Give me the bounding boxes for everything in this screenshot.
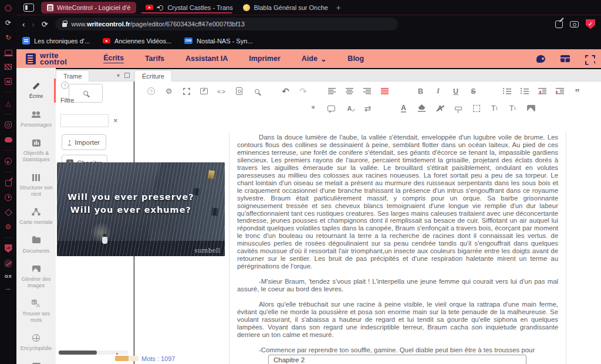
paragraph[interactable]: -Commence par reprendre ton souffle, gam… [237, 346, 558, 354]
align-left-icon[interactable] [327, 86, 337, 96]
scrollbar-thumb[interactable] [59, 351, 97, 355]
help-icon[interactable]: ? [61, 81, 69, 89]
sidebar-item-carte-mentale[interactable]: Carte mentale [16, 202, 56, 231]
help-icon[interactable]: ? [146, 86, 156, 96]
sidebar-item-ecrire[interactable]: Écrire [16, 76, 56, 105]
url-field[interactable]: www.writecontrol.fr/page/editor/67603434… [55, 18, 398, 30]
camera-icon[interactable] [570, 21, 579, 28]
bookmark-chroniques[interactable]: Les chroniques d'... [22, 37, 90, 45]
sidebar-item-encyclopedie[interactable]: Encyclopédie [16, 328, 56, 357]
document-search-icon[interactable] [234, 86, 244, 96]
sidebar-item-documents[interactable]: Documents [16, 231, 56, 260]
speaker-icon[interactable] [157, 5, 164, 11]
outdent-icon[interactable] [537, 86, 547, 96]
fullscreen-icon[interactable] [181, 86, 191, 96]
ld-shield-icon[interactable]: LD [4, 244, 12, 253]
opera-logo-icon[interactable] [4, 4, 12, 12]
subscript-icon[interactable]: T1 [489, 103, 499, 113]
paragraph[interactable]: Alors qu'elle trébuchait sur une racine … [237, 301, 558, 339]
align-center-icon[interactable] [345, 86, 354, 96]
superscript-icon[interactable]: T1 [508, 103, 518, 113]
sync-icon[interactable]: ⟳ [4, 19, 12, 27]
fullscreen-icon[interactable] [585, 55, 593, 63]
discord-icon[interactable] [4, 135, 12, 144]
extensions-icon[interactable] [4, 208, 12, 216]
nav-tarifs[interactable]: Tarifs [145, 55, 164, 63]
italic-icon[interactable]: I [433, 86, 443, 96]
blockquote-icon[interactable]: ” [572, 86, 582, 96]
reload-button[interactable]: ⟳ [42, 21, 48, 28]
code-view-icon[interactable]: <> [217, 86, 227, 96]
new-tab-button[interactable]: + [336, 3, 340, 12]
pinboards-icon[interactable] [4, 179, 12, 187]
browser-tab-youtube[interactable]: Crystal Castles - Trans [140, 2, 234, 13]
underline-icon[interactable]: U [451, 86, 461, 96]
boards-icon[interactable] [561, 55, 570, 62]
text-color-icon[interactable]: A [399, 103, 408, 113]
select-all-icon[interactable] [471, 103, 481, 113]
import-button[interactable]: ↑ Importer [62, 134, 106, 150]
horizontal-scrollbar[interactable] [59, 351, 129, 355]
bookmark-nas[interactable]: DSM Nostal-NAS - Syn... [184, 38, 252, 45]
bullet-list-icon[interactable] [519, 86, 529, 96]
sidebar-item-trouver-mots[interactable]: A Trouver ses mots [16, 294, 56, 328]
strikethrough-icon[interactable]: S [468, 86, 478, 96]
hot-tabs-icon[interactable] [4, 63, 12, 71]
align-justify-icon[interactable] [380, 86, 390, 96]
shield-badge-icon[interactable]: ✓ [586, 19, 595, 29]
trame-filter-input[interactable] [60, 114, 109, 127]
comment-icon[interactable] [326, 103, 336, 113]
sidebar-item-personnages[interactable]: Personnages [16, 105, 56, 134]
writecontrol-logo[interactable]: writecontrol [26, 52, 67, 65]
nav-aide[interactable]: Aide⌄ [302, 55, 327, 63]
sidebar-item-objectifs[interactable]: Objectifs & Statistiques [16, 133, 56, 168]
sidebar-panel-icon[interactable] [23, 4, 34, 12]
clear-filter-icon[interactable]: × [113, 116, 118, 125]
tab-trame[interactable]: Trame [56, 70, 89, 81]
manuscript-page[interactable]: Dans la douce lumière de l'aube, la vall… [229, 132, 566, 364]
nav-blog[interactable]: Blog [347, 55, 364, 63]
tab-ecriture[interactable]: Écriture [134, 70, 172, 81]
browser-tab-forum[interactable]: Blabla Général sur Onche [237, 2, 331, 13]
nav-assistant-ia[interactable]: Assistant IA [185, 55, 228, 63]
rocker-refresh-icon[interactable]: ↻ [4, 33, 12, 42]
chapter-select[interactable]: Chapitre 2 [268, 355, 526, 364]
align-right-icon[interactable] [362, 86, 372, 96]
undo-icon[interactable]: ↶ [281, 86, 291, 96]
gx-corner-icon[interactable] [4, 48, 12, 56]
gx-mods-icon[interactable]: M [4, 77, 12, 86]
settings-gear-icon[interactable]: ⚙ [164, 86, 174, 96]
search-icon[interactable] [252, 86, 262, 96]
profile-avatar[interactable] [4, 259, 12, 267]
redo-icon[interactable]: ↷ [298, 86, 308, 96]
gx-logo-icon[interactable]: △ [4, 99, 12, 107]
nav-ecrits[interactable]: Écrits [103, 54, 124, 63]
snapshot-edit-icon[interactable] [555, 21, 563, 28]
sidebar-item-more[interactable] [16, 357, 56, 364]
sidebar-item-generer-images[interactable]: Générer des images [16, 259, 56, 294]
spellcheck-icon[interactable]: A✓ [345, 103, 354, 113]
history-icon[interactable] [4, 193, 12, 202]
settings-gear-icon[interactable]: ⚙ [4, 223, 12, 231]
sidebar-item-structurer[interactable]: Structurer son récit [16, 168, 56, 202]
maximize-panel-icon[interactable] [124, 73, 130, 78]
indent-icon[interactable] [555, 86, 565, 96]
player-icon[interactable]: ▶ [4, 157, 12, 165]
footnote-asterisk-icon[interactable]: * [308, 103, 318, 113]
ordered-list-icon[interactable] [502, 86, 512, 96]
insert-image-icon[interactable] [526, 103, 536, 113]
bookmark-videos[interactable]: Anciennes Vidéos... [103, 38, 171, 45]
nav-imprimer[interactable]: Imprimer [249, 55, 281, 63]
highlight-fill-icon[interactable] [417, 103, 427, 113]
more-icon[interactable]: ... [6, 285, 11, 291]
theme-palette-icon[interactable] [536, 55, 545, 63]
paragraph[interactable]: Dans la douce lumière de l'aube, la vall… [237, 134, 558, 270]
back-button[interactable]: ‹ [22, 21, 25, 28]
clear-format-icon[interactable]: A [435, 103, 445, 113]
chapter-cover-image[interactable]: Will you ever preserve? Will you ever ex… [57, 162, 225, 256]
fit-width-icon[interactable] [199, 86, 209, 96]
paragraph[interactable]: -M'sieur Braum, 'tendez s'vous plait ! L… [237, 278, 558, 293]
instagram-icon[interactable] [4, 121, 12, 129]
lock-icon[interactable] [62, 23, 67, 27]
browser-tab-writecontrol[interactable]: WriteControl - Logiciel d'é [41, 2, 136, 13]
